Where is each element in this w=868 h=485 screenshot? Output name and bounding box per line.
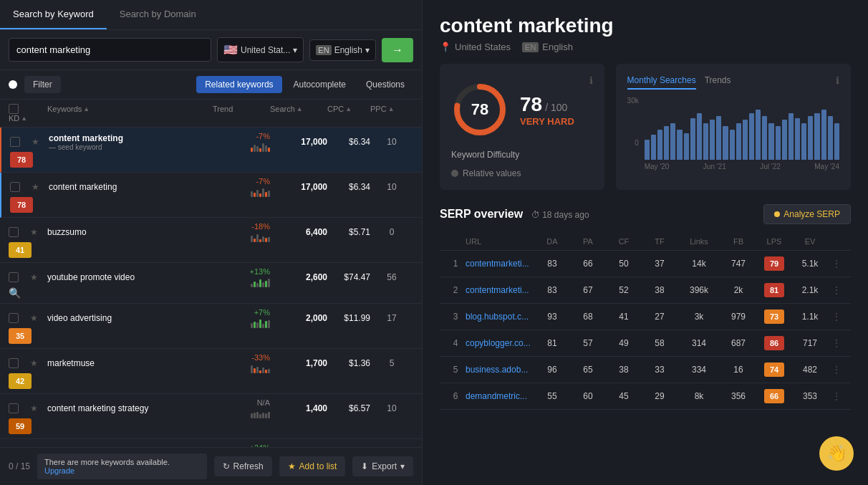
star-icon[interactable]: ★ bbox=[32, 182, 49, 192]
col-keywords[interactable]: Keywords ▲ bbox=[47, 105, 213, 113]
search-input[interactable] bbox=[9, 38, 211, 62]
serp-row-url[interactable]: demandmetric... bbox=[466, 391, 534, 401]
serp-row[interactable]: 6 demandmetric... 55 60 45 29 8k 356 66 … bbox=[440, 383, 851, 410]
search-value: 1,400 bbox=[270, 403, 327, 413]
right-panel: content marketing 📍 United States EN Eng… bbox=[423, 0, 868, 485]
row-checkbox[interactable] bbox=[9, 358, 30, 368]
row-checkbox[interactable] bbox=[10, 182, 32, 192]
more-options-icon[interactable]: ⋮ bbox=[828, 338, 845, 348]
cpc-col-label: CPC bbox=[327, 105, 344, 113]
table-row[interactable]: ★ content marketing — seed keyword -7% 1… bbox=[0, 128, 422, 173]
go-button[interactable]: → bbox=[382, 38, 413, 62]
serp-row-url[interactable]: contentmarketi... bbox=[466, 285, 534, 295]
col-kd[interactable]: KD ▲ bbox=[9, 114, 30, 123]
relative-values-toggle[interactable]: Relative values bbox=[451, 168, 593, 178]
tab-search-domain[interactable]: Search by Domain bbox=[107, 0, 209, 29]
tab-autocomplete[interactable]: Autocomplete bbox=[285, 76, 355, 93]
kd-badge: 41 bbox=[9, 242, 32, 258]
table-row[interactable]: ★ content marketing strategy N/A 1,400 $… bbox=[0, 394, 422, 439]
serp-col-ev[interactable]: EV bbox=[792, 237, 828, 246]
chart-bar bbox=[697, 113, 702, 160]
table-row[interactable]: ★ buzzsumo -18% 6,400 $5.71 0 41 bbox=[0, 218, 422, 263]
star-icon[interactable]: ★ bbox=[30, 313, 47, 323]
serp-row[interactable]: 3 blog.hubspot.c... 93 68 41 27 3k 979 7… bbox=[440, 304, 851, 330]
checkbox-all[interactable] bbox=[9, 104, 30, 114]
keyword-name: content marketing strategy bbox=[47, 403, 213, 413]
col-trend[interactable]: Trend bbox=[213, 105, 270, 113]
ppc-value: 0 bbox=[370, 227, 413, 237]
serp-col-links[interactable]: Links bbox=[677, 237, 720, 246]
add-to-list-button[interactable]: ★ Add to list bbox=[279, 456, 346, 476]
tab-related[interactable]: Related keywords bbox=[196, 76, 281, 93]
keyword-name: marketmuse bbox=[47, 358, 213, 368]
serp-col-da[interactable]: DA bbox=[534, 237, 570, 246]
star-icon[interactable]: ★ bbox=[30, 403, 47, 413]
kd-badge: 35 bbox=[9, 328, 32, 344]
serp-row-num: 3 bbox=[445, 312, 466, 322]
row-checkbox[interactable] bbox=[9, 227, 30, 237]
keywords-col-label: Keywords bbox=[47, 105, 82, 113]
trend-value: -33% bbox=[251, 353, 270, 362]
more-options-icon[interactable]: ⋮ bbox=[828, 365, 845, 375]
info-icon[interactable]: ℹ bbox=[589, 75, 593, 86]
serp-row[interactable]: 5 business.adob... 96 65 38 33 334 16 74… bbox=[440, 357, 851, 383]
row-checkbox[interactable] bbox=[9, 403, 30, 413]
serp-row-url[interactable]: copyblogger.co... bbox=[466, 338, 534, 348]
serp-row-url[interactable]: contentmarketi... bbox=[466, 259, 534, 269]
lang-name: English bbox=[542, 42, 573, 52]
upgrade-link[interactable]: Upgrade bbox=[44, 466, 74, 475]
filter-button[interactable]: Filter bbox=[24, 76, 61, 93]
star-icon[interactable]: ★ bbox=[30, 227, 47, 237]
chart-info-icon[interactable]: ℹ bbox=[836, 75, 839, 86]
table-row[interactable]: ★ content marketing -7% 17,000 $6.34 10 bbox=[0, 173, 422, 218]
more-options-icon[interactable]: ⋮ bbox=[828, 259, 845, 269]
serp-col-cf[interactable]: CF bbox=[606, 237, 642, 246]
serp-col-tf[interactable]: TF bbox=[642, 237, 677, 246]
serp-row[interactable]: 2 contentmarketi... 83 67 52 38 396k 2k … bbox=[440, 277, 851, 304]
chart-bar bbox=[814, 113, 819, 160]
table-row[interactable]: ★ youtube promote video +13% 2,600 $74.4… bbox=[0, 263, 422, 304]
col-cpc[interactable]: CPC ▲ bbox=[327, 105, 370, 113]
kd-col-label: KD bbox=[9, 114, 19, 123]
row-checkbox[interactable] bbox=[10, 137, 32, 147]
table-row[interactable]: ★ video advertising +7% 2,000 $11.99 17 bbox=[0, 304, 422, 349]
more-options-icon[interactable]: ⋮ bbox=[828, 391, 845, 401]
chart-bar bbox=[710, 120, 715, 160]
serp-col-lps[interactable]: LPS bbox=[756, 237, 792, 246]
tab-questions[interactable]: Questions bbox=[357, 76, 413, 93]
serp-row-url[interactable]: business.adob... bbox=[466, 365, 534, 375]
chart-tab-monthly[interactable]: Monthly Searches bbox=[627, 75, 696, 90]
serp-row-url[interactable]: blog.hubspot.c... bbox=[466, 312, 534, 322]
analyze-serp-button[interactable]: Analyze SERP bbox=[763, 204, 851, 224]
table-row[interactable]: ★ marketing video +24% 1,100 N/A bbox=[0, 439, 422, 447]
chat-widget-button[interactable]: 👋 bbox=[819, 436, 854, 471]
row-checkbox[interactable] bbox=[9, 313, 30, 323]
chart-tab-trends[interactable]: Trends bbox=[705, 75, 731, 90]
serp-col-fb[interactable]: FB bbox=[720, 237, 756, 246]
export-button[interactable]: ⬇ Export ▾ bbox=[352, 456, 413, 476]
metrics-row: ℹ 78 78 / 100 VERY HARD Keywor bbox=[440, 64, 851, 190]
ppc-value: 10 bbox=[370, 137, 413, 147]
star-icon[interactable]: ★ bbox=[30, 358, 47, 368]
table-row[interactable]: ★ marketmuse -33% 1,700 $1.36 5 42 bbox=[0, 349, 422, 394]
more-options-icon[interactable]: ⋮ bbox=[828, 285, 845, 295]
table-header: Keywords ▲ Trend Search ▲ CPC ▲ PPC ▲ KD… bbox=[0, 100, 422, 128]
serp-row[interactable]: 4 copyblogger.co... 81 57 49 58 314 687 … bbox=[440, 330, 851, 357]
col-search[interactable]: Search ▲ bbox=[270, 105, 327, 113]
search-col-label: Search bbox=[270, 105, 295, 113]
chevron-down-lang-icon: ▾ bbox=[365, 45, 370, 55]
country-select[interactable]: 🇺🇸 United Stat... ▾ bbox=[217, 37, 304, 62]
serp-row-pa: 66 bbox=[570, 259, 606, 269]
refresh-button[interactable]: ↻ Refresh bbox=[214, 456, 272, 476]
col-ppc[interactable]: PPC ▲ bbox=[370, 105, 413, 113]
lang-select[interactable]: EN English ▾ bbox=[309, 39, 376, 61]
keyword-table-body: ★ content marketing — seed keyword -7% 1… bbox=[0, 128, 422, 447]
more-options-icon[interactable]: ⋮ bbox=[828, 312, 845, 322]
star-icon[interactable]: ★ bbox=[32, 137, 49, 147]
serp-row-cf: 52 bbox=[606, 285, 642, 295]
tab-search-keyword[interactable]: Search by Keyword bbox=[0, 0, 107, 29]
star-icon[interactable]: ★ bbox=[30, 272, 47, 282]
row-checkbox[interactable] bbox=[9, 272, 30, 282]
serp-row[interactable]: 1 contentmarketi... 83 66 50 37 14k 747 … bbox=[440, 251, 851, 277]
serp-col-pa[interactable]: PA bbox=[570, 237, 606, 246]
